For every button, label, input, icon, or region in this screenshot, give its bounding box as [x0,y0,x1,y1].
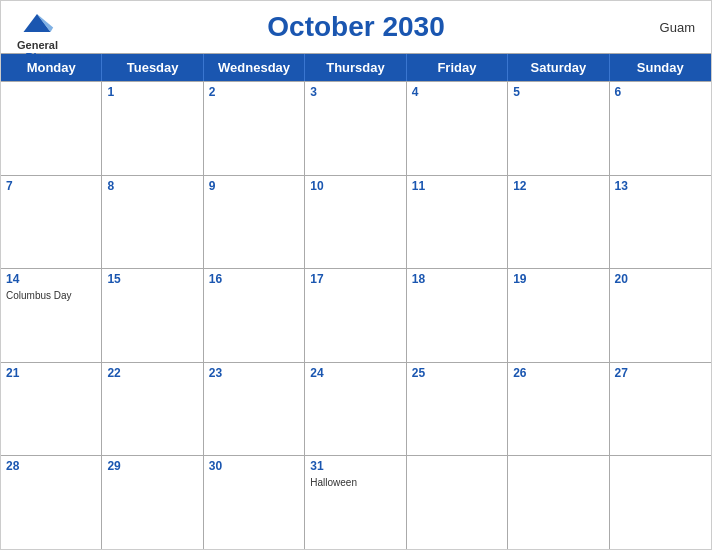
event-columbus-day: Columbus Day [6,290,96,301]
day-headers: Monday Tuesday Wednesday Thursday Friday… [1,54,711,81]
day-cell-7: 7 [1,176,102,269]
header-wednesday: Wednesday [204,54,305,81]
day-cell-16: 16 [204,269,305,362]
day-cell-25: 25 [407,363,508,456]
day-cell-13: 13 [610,176,711,269]
calendar-header: General Blue October 2030 Guam [1,1,711,53]
logo: General Blue [17,9,58,63]
day-cell-4: 4 [407,82,508,175]
day-cell-3: 3 [305,82,406,175]
day-cell-18: 18 [407,269,508,362]
header-thursday: Thursday [305,54,406,81]
day-cell-21: 21 [1,363,102,456]
week-row-3: 14 Columbus Day 15 16 17 18 19 20 [1,268,711,362]
region-label: Guam [660,20,695,35]
day-cell-29: 29 [102,456,203,549]
day-cell-empty [1,82,102,175]
day-cell-12: 12 [508,176,609,269]
logo-general-text: General [17,39,58,51]
day-cell-31: 31 Halloween [305,456,406,549]
week-row-5: 28 29 30 31 Halloween [1,455,711,549]
day-cell-empty-32 [407,456,508,549]
day-cell-1: 1 [102,82,203,175]
week-row-4: 21 22 23 24 25 26 27 [1,362,711,456]
day-cell-26: 26 [508,363,609,456]
day-cell-9: 9 [204,176,305,269]
day-cell-empty-33 [508,456,609,549]
day-cell-27: 27 [610,363,711,456]
week-row-1: 1 2 3 4 5 6 [1,81,711,175]
day-cell-10: 10 [305,176,406,269]
logo-blue-text: Blue [26,51,50,63]
header-friday: Friday [407,54,508,81]
day-cell-15: 15 [102,269,203,362]
calendar-grid: Monday Tuesday Wednesday Thursday Friday… [1,53,711,549]
day-cell-empty-34 [610,456,711,549]
day-cell-6: 6 [610,82,711,175]
calendar-title: October 2030 [267,11,444,43]
day-cell-30: 30 [204,456,305,549]
week-row-2: 7 8 9 10 11 12 13 [1,175,711,269]
weeks-container: 1 2 3 4 5 6 7 8 9 10 11 12 13 14 [1,81,711,549]
day-cell-28: 28 [1,456,102,549]
day-cell-17: 17 [305,269,406,362]
day-cell-11: 11 [407,176,508,269]
header-saturday: Saturday [508,54,609,81]
event-halloween: Halloween [310,477,400,488]
day-cell-22: 22 [102,363,203,456]
logo-icon [19,9,55,37]
day-cell-2: 2 [204,82,305,175]
day-cell-5: 5 [508,82,609,175]
day-cell-14: 14 Columbus Day [1,269,102,362]
day-cell-20: 20 [610,269,711,362]
day-cell-24: 24 [305,363,406,456]
calendar: General Blue October 2030 Guam Monday Tu… [0,0,712,550]
day-cell-23: 23 [204,363,305,456]
header-tuesday: Tuesday [102,54,203,81]
header-sunday: Sunday [610,54,711,81]
day-cell-8: 8 [102,176,203,269]
day-cell-19: 19 [508,269,609,362]
